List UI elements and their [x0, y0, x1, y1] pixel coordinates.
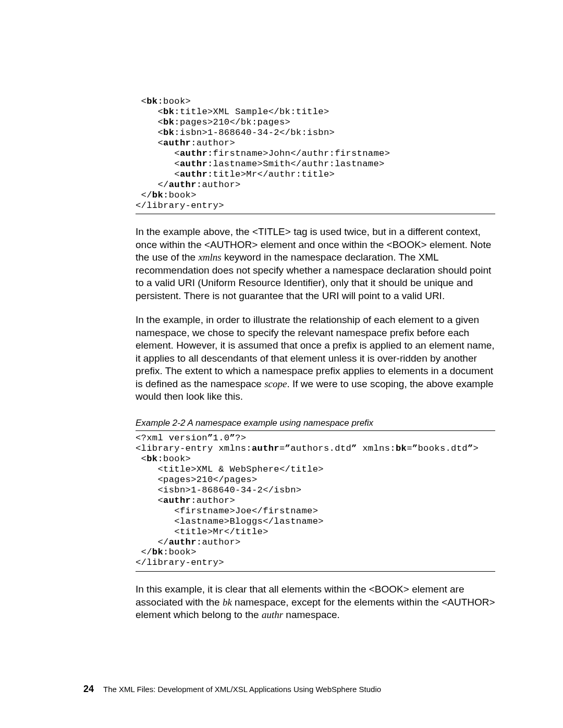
emphasis: scope	[264, 378, 287, 389]
example-caption: Example 2-2 A namespace example using na…	[136, 418, 495, 428]
emphasis: bk	[223, 597, 232, 608]
text: namespace.	[283, 609, 340, 620]
footer-title: The XML Files: Development of XML/XSL Ap…	[103, 685, 381, 694]
rule-3	[136, 571, 495, 572]
document-page: <bk:book> <bk:title>XML Sample</bk:title…	[0, 0, 563, 728]
page-number: 24	[83, 684, 94, 694]
code-block-1: <bk:book> <bk:title>XML Sample</bk:title…	[136, 96, 495, 211]
emphasis: authr	[262, 609, 283, 620]
rule-2	[136, 430, 495, 431]
paragraph-3: In this example, it is clear that all el…	[136, 583, 495, 622]
paragraph-1: In the example above, the <TITLE> tag is…	[136, 226, 495, 302]
code-block-2: <?xml version”1.0”?> <library-entry xmln…	[136, 433, 495, 568]
paragraph-2: In the example, in order to illustrate t…	[136, 314, 495, 403]
rule-1	[136, 214, 495, 214]
emphasis: xmlns	[198, 252, 221, 263]
page-footer: 24The XML Files: Development of XML/XSL …	[83, 684, 381, 695]
